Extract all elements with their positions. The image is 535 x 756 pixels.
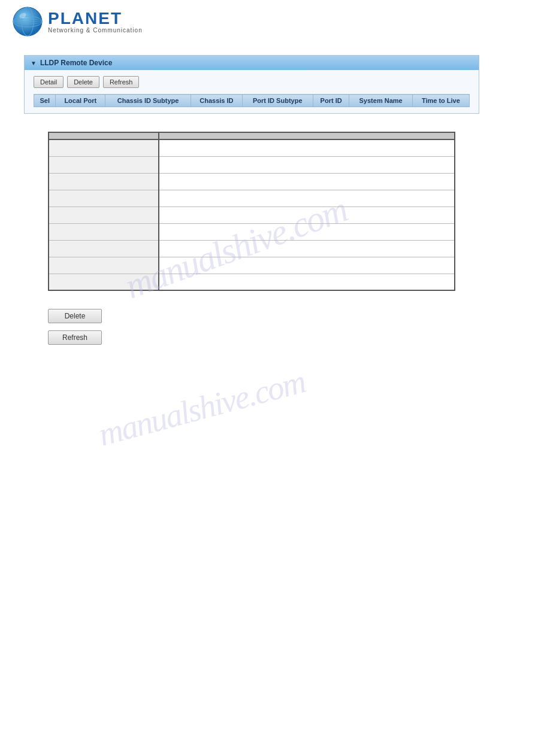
secondary-cell-col1	[49, 173, 159, 190]
delete-button-bottom[interactable]: Delete	[48, 309, 102, 323]
table-header-row: Sel Local Port Chassis ID Subtype Chassi…	[34, 95, 470, 107]
lldp-panel-body: Detail Delete Refresh Sel Local Port Cha…	[25, 70, 479, 113]
logo-text: PLANET Networking & Communication	[48, 10, 143, 34]
secondary-cell-col2	[159, 257, 455, 274]
secondary-cell-col1	[49, 207, 159, 223]
secondary-cell-col1	[49, 274, 159, 290]
lldp-panel: ▼ LLDP Remote Device Detail Delete Refre…	[24, 55, 479, 114]
secondary-cell-col2	[159, 240, 455, 257]
bottom-buttons: Delete Refresh	[48, 309, 511, 345]
secondary-table-row	[49, 240, 455, 257]
secondary-table-row	[49, 190, 455, 207]
secondary-cell-col1	[49, 223, 159, 240]
logo-planet-label: PLANET	[48, 10, 143, 27]
secondary-table-header-row	[49, 132, 455, 139]
logo-subtitle-label: Networking & Communication	[48, 27, 143, 34]
secondary-table-row	[49, 207, 455, 223]
secondary-table-row	[49, 139, 455, 156]
col-port-id: Port ID	[313, 95, 349, 107]
secondary-cell-col2	[159, 139, 455, 156]
secondary-table-row	[49, 156, 455, 173]
secondary-col1-header	[49, 132, 159, 139]
secondary-cell-col1	[49, 257, 159, 274]
secondary-col2-header	[159, 132, 455, 139]
collapse-icon[interactable]: ▼	[31, 60, 37, 66]
secondary-table-row	[49, 223, 455, 240]
secondary-cell-col2	[159, 207, 455, 223]
delete-button-panel[interactable]: Delete	[67, 76, 99, 88]
secondary-table-row	[49, 173, 455, 190]
col-local-port: Local Port	[56, 95, 105, 107]
col-chassis-id: Chassis ID	[191, 95, 243, 107]
secondary-table	[48, 132, 455, 291]
watermark2: manualshive.com	[95, 362, 309, 453]
secondary-cell-col2	[159, 156, 455, 173]
secondary-table-row	[49, 257, 455, 274]
secondary-cell-col2	[159, 190, 455, 207]
secondary-cell-col2	[159, 274, 455, 290]
main-content: ▼ LLDP Remote Device Detail Delete Refre…	[0, 43, 535, 357]
col-sel: Sel	[34, 95, 56, 107]
panel-button-row: Detail Delete Refresh	[34, 76, 470, 88]
detail-button[interactable]: Detail	[34, 76, 64, 88]
logo-container: PLANET Networking & Communication	[12, 6, 143, 37]
secondary-section	[48, 132, 455, 291]
col-time-to-live: Time to Live	[412, 95, 469, 107]
lldp-panel-header: ▼ LLDP Remote Device	[25, 56, 479, 70]
secondary-cell-col1	[49, 190, 159, 207]
secondary-cell-col2	[159, 173, 455, 190]
secondary-cell-col1	[49, 156, 159, 173]
refresh-button-bottom[interactable]: Refresh	[48, 330, 102, 345]
secondary-cell-col1	[49, 240, 159, 257]
lldp-panel-title: LLDP Remote Device	[40, 59, 113, 67]
refresh-button-panel[interactable]: Refresh	[103, 76, 140, 88]
logo-area: PLANET Networking & Communication	[0, 0, 535, 43]
secondary-table-row	[49, 274, 455, 290]
col-port-id-subtype: Port ID Subtype	[242, 95, 313, 107]
planet-logo-icon	[12, 6, 43, 37]
col-chassis-id-subtype: Chassis ID Subtype	[105, 95, 191, 107]
secondary-cell-col2	[159, 223, 455, 240]
secondary-cell-col1	[49, 139, 159, 156]
lldp-remote-device-table: Sel Local Port Chassis ID Subtype Chassi…	[34, 94, 470, 107]
col-system-name: System Name	[349, 95, 412, 107]
